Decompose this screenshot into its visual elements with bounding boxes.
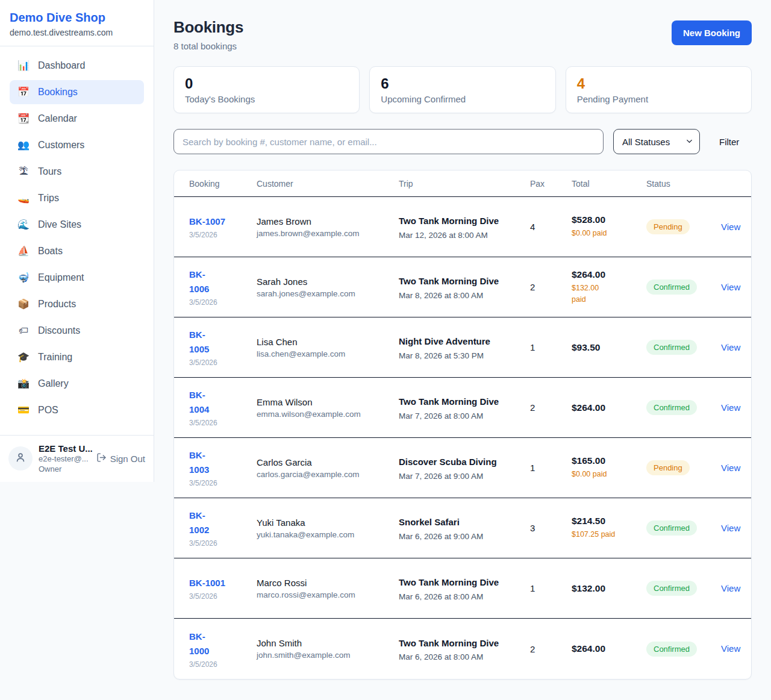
sidebar-item-gallery[interactable]: 📸 Gallery (10, 372, 144, 396)
credit-card-icon: 💳 (17, 405, 30, 415)
booking-id-link[interactable]: BK-1000 (189, 630, 214, 658)
booking-id-link[interactable]: BK-1005 (189, 328, 214, 357)
people-icon: 👥 (17, 140, 30, 150)
sidebar-item-customers[interactable]: 👥 Customers (10, 133, 144, 157)
page-title-block: Bookings 8 total bookings (173, 18, 243, 51)
sidebar-item-products[interactable]: 📦 Products (10, 292, 144, 316)
sign-out-icon (96, 452, 107, 464)
sidebar-footer: E2E Test U... e2e-tester@... Owner Sign … (0, 435, 154, 482)
view-link[interactable]: View (721, 402, 740, 413)
camera-icon: 📸 (17, 379, 30, 389)
customer-name: John Smith (257, 638, 399, 648)
customer-email: emma.wilson@example.com (257, 410, 399, 419)
customer-email: john.smith@example.com (257, 651, 399, 660)
trip-name: Snorkel Safari (399, 515, 502, 529)
stat-card-upcoming-confirmed: 6 Upcoming Confirmed (369, 66, 555, 113)
stats-cards: 0 Today's Bookings 6 Upcoming Confirmed … (173, 66, 752, 113)
sidebar-item-dashboard[interactable]: 📊 Dashboard (10, 54, 144, 78)
sidebar-item-discounts[interactable]: 🏷 Discounts (10, 319, 144, 343)
stat-card-pending-payment: 4 Pending Payment (566, 66, 752, 113)
sidebar-item-boats[interactable]: ⛵ Boats (10, 239, 144, 263)
sidebar-item-training[interactable]: 🎓 Training (10, 345, 144, 369)
page-header: Bookings 8 total bookings New Booking (173, 18, 752, 51)
booking-date: 3/5/2026 (189, 539, 257, 548)
status-badge: Confirmed (646, 340, 697, 355)
booking-id-link[interactable]: BK-1001 (189, 576, 225, 590)
trip-datetime: Mar 7, 2026 at 9:00 AM (399, 472, 530, 481)
column-header-trip: Trip (399, 179, 530, 189)
customer-name: James Brown (257, 216, 399, 227)
pax-count: 3 (530, 523, 572, 533)
table-row: BK-1007 3/5/2026 James Brown james.brown… (174, 197, 751, 257)
customer-name: Lisa Chen (257, 337, 399, 347)
trip-datetime: Mar 7, 2026 at 8:00 AM (399, 411, 530, 420)
customer-email: carlos.garcia@example.com (257, 470, 399, 479)
table-row: BK-1006 3/5/2026 Sarah Jones sarah.jones… (174, 257, 751, 317)
view-link[interactable]: View (721, 222, 740, 232)
table-row: BK-1001 3/5/2026 Marco Rossi marco.rossi… (174, 558, 751, 619)
status-filter-select[interactable]: All Statuses (613, 129, 700, 154)
booking-id-link[interactable]: BK-1004 (189, 388, 214, 417)
bookings-table: Booking Customer Trip Pax Total Status B… (173, 170, 752, 680)
search-input[interactable] (173, 129, 604, 154)
status-badge: Pending (646, 219, 690, 234)
paid-amount: $132.00 paid (572, 283, 602, 305)
person-icon (14, 451, 27, 466)
pax-count: 4 (530, 222, 572, 232)
view-link[interactable]: View (721, 282, 740, 292)
column-header-customer: Customer (257, 179, 399, 189)
customer-name: Sarah Jones (257, 277, 399, 287)
new-booking-button[interactable]: New Booking (672, 20, 752, 45)
booking-id-link[interactable]: BK-1002 (189, 508, 214, 537)
booking-id-link[interactable]: BK-1006 (189, 267, 214, 296)
view-link[interactable]: View (721, 463, 740, 473)
table-row: BK-1005 3/5/2026 Lisa Chen lisa.chen@exa… (174, 317, 751, 378)
view-link[interactable]: View (721, 342, 740, 352)
pax-count: 2 (530, 402, 572, 413)
tear-off-calendar-icon: 📆 (17, 114, 30, 123)
booking-id-link[interactable]: BK-1007 (189, 214, 225, 229)
page-title: Bookings (173, 18, 243, 37)
view-link[interactable]: View (721, 583, 740, 593)
view-link[interactable]: View (721, 643, 740, 654)
sidebar-item-equipment[interactable]: 🤿 Equipment (10, 266, 144, 290)
status-badge: Confirmed (646, 520, 697, 536)
island-icon: 🏝 (17, 167, 30, 177)
user-name: E2E Test U... (39, 443, 90, 455)
sidebar-item-tours[interactable]: 🏝 Tours (10, 160, 144, 184)
stat-value: 6 (381, 75, 544, 92)
user-info: E2E Test U... e2e-tester@... Owner (39, 443, 90, 475)
trip-name: Discover Scuba Diving (399, 455, 502, 469)
shop-name: Demo Dive Shop (10, 11, 144, 25)
trip-name: Two Tank Morning Dive (399, 575, 502, 589)
paid-amount: $0.00 paid (572, 469, 646, 480)
diving-mask-icon: 🤿 (17, 273, 30, 283)
sidebar-item-trips[interactable]: 🚤 Trips (10, 186, 144, 210)
sidebar-item-bookings[interactable]: 📅 Bookings (10, 80, 144, 104)
pax-count: 2 (530, 282, 572, 292)
sidebar-item-calendar[interactable]: 📆 Calendar (10, 107, 144, 131)
trip-name: Night Dive Adventure (399, 334, 502, 348)
total-amount: $214.50 (572, 516, 646, 527)
sailboat-icon: ⛵ (17, 246, 30, 256)
status-badge: Pending (646, 460, 690, 475)
booking-id-link[interactable]: BK-1003 (189, 448, 214, 477)
paid-amount: $0.00 paid (572, 228, 646, 239)
pax-count: 1 (530, 463, 572, 473)
sign-out-button[interactable]: Sign Out (96, 452, 145, 464)
customer-email: lisa.chen@example.com (257, 349, 399, 358)
view-link[interactable]: View (721, 523, 740, 533)
calendar-icon: 📅 (17, 87, 30, 97)
table-row: BK-1002 3/5/2026 Yuki Tanaka yuki.tanaka… (174, 498, 751, 558)
booking-date: 3/5/2026 (189, 592, 257, 601)
sidebar-item-pos[interactable]: 💳 POS (10, 398, 144, 422)
filter-button[interactable]: Filter (719, 137, 739, 147)
customer-name: Yuki Tanaka (257, 517, 399, 528)
page-subtitle: 8 total bookings (173, 41, 243, 51)
trip-datetime: Mar 8, 2026 at 5:30 PM (399, 351, 530, 360)
sidebar-header: Demo Dive Shop demo.test.divestreams.com (0, 0, 154, 46)
status-badge: Confirmed (646, 642, 697, 657)
booking-date: 3/5/2026 (189, 358, 257, 367)
sidebar-item-dive-sites[interactable]: 🌊 Dive Sites (10, 213, 144, 237)
total-amount: $132.00 (572, 583, 646, 594)
